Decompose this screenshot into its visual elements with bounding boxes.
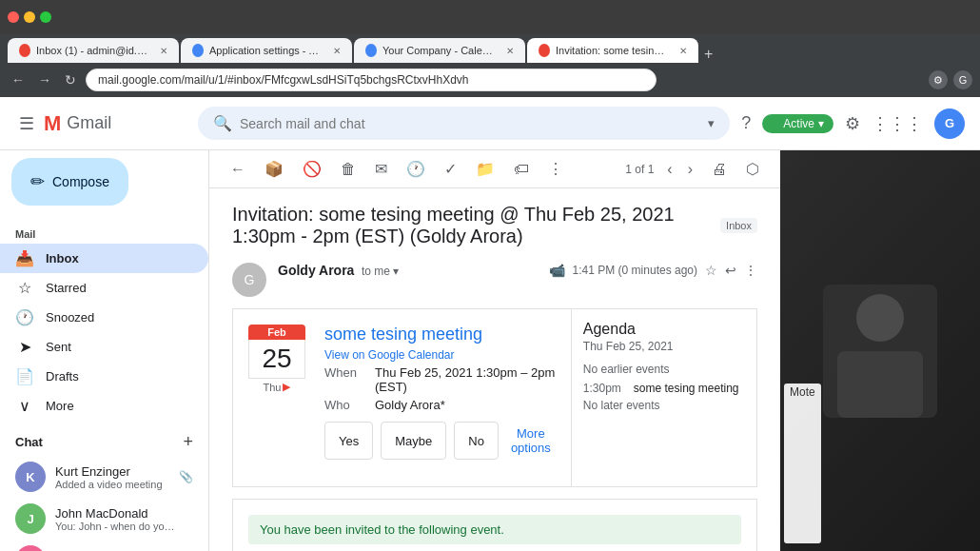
hamburger-menu[interactable]: ☰ [15, 109, 38, 138]
cal-weekday-text: Thu [264, 382, 282, 393]
tab-settings-label: Application settings - Admin C... [209, 45, 323, 56]
chat-avatar-kurt: K [15, 462, 46, 492]
agenda-event: 1:30pm some tesing meeting [583, 382, 750, 395]
chat-attachment-kurt: 📎 [179, 470, 193, 483]
chat-section-title: Chat [15, 435, 43, 449]
snoozed-icon: 🕐 [15, 308, 34, 326]
google-apps-icon[interactable]: ⋮⋮⋮ [872, 113, 923, 134]
compose-button[interactable]: ✏ Compose [11, 158, 128, 206]
cal-day: 25 [248, 340, 305, 379]
sidebar-item-sent[interactable]: ➤ Sent [0, 332, 208, 362]
search-dropdown-icon[interactable]: ▾ [708, 116, 715, 130]
tab-settings-close[interactable]: ✕ [333, 46, 341, 56]
settings-icon[interactable]: ⚙ [845, 113, 860, 134]
compose-icon: ✏ [30, 171, 45, 192]
starred-icon: ☆ [15, 279, 34, 297]
sidebar-item-drafts[interactable]: 📄 Drafts [0, 362, 208, 391]
gmail-m-icon: M [44, 111, 61, 136]
active-status[interactable]: Active ▾ [762, 114, 833, 133]
prev-email-button[interactable]: ‹ [661, 157, 677, 182]
address-bar[interactable]: mail.google.com/mail/u/1/#inbox/FMfcgxwL… [86, 69, 657, 91]
agenda-event-name: some tesing meeting [634, 382, 739, 395]
user-avatar[interactable]: G [934, 108, 965, 139]
chat-preview-john: You: John - when do you nee... [55, 521, 179, 532]
chat-item-kurt[interactable]: K Kurt Enzinger Added a video meeting 📎 [0, 456, 208, 498]
email-toolbar: ← 📦 🚫 🗑 ✉ 🕐 ✓ 📁 🏷 ⋮ 1 of 1 ‹ › [209, 150, 780, 188]
back-button[interactable]: ← [8, 70, 29, 89]
video-preview-panel: Mote [780, 150, 980, 551]
tab-invitation-close[interactable]: ✕ [679, 46, 687, 56]
email-time: 1:41 PM (0 minutes ago) [573, 264, 697, 277]
new-tab-button[interactable]: + [704, 46, 713, 63]
star-button[interactable]: ☆ [705, 263, 717, 278]
video-call-icon: 📹 [549, 263, 565, 278]
rsvp-maybe-button[interactable]: Maybe [381, 422, 446, 460]
email-subject: Invitation: some tesing meeting @ Thu Fe… [232, 204, 757, 247]
search-icon: 🔍 [213, 114, 232, 132]
search-bar[interactable]: 🔍 ▾ [198, 107, 730, 140]
profile-icon[interactable]: G [953, 70, 972, 89]
rsvp-yes-button[interactable]: Yes [324, 422, 373, 460]
sidebar: ✏ Compose Mail 📥 Inbox ☆ Starred 🕐 [0, 150, 209, 551]
mote-label: Mote [784, 384, 821, 543]
archive-button[interactable]: 📦 [259, 156, 289, 182]
reload-button[interactable]: ↻ [61, 70, 80, 89]
more-icon: ∨ [15, 397, 34, 415]
mail-section-label: Mail [0, 221, 208, 244]
sidebar-item-inbox[interactable]: 📥 Inbox [0, 244, 208, 273]
print-button[interactable]: 🖨 [706, 157, 733, 182]
gmail-logo-text: Gmail [67, 113, 111, 133]
chat-avatar-kristin: K [15, 545, 46, 551]
when-label: When [324, 365, 367, 394]
tab-inbox-close[interactable]: ✕ [160, 46, 167, 56]
delete-button[interactable]: 🗑 [335, 157, 362, 182]
sidebar-item-starred[interactable]: ☆ Starred [0, 273, 208, 303]
chat-avatar-john: J [15, 503, 46, 534]
mark-unread-button[interactable]: ✉ [369, 156, 393, 182]
chat-item-john[interactable]: J John MacDonald You: John - when do you… [0, 498, 208, 540]
snooze-button[interactable]: 🕐 [401, 156, 431, 182]
to-me-text[interactable]: to me ▾ [362, 265, 399, 278]
rsvp-more-options-button[interactable]: More options [506, 422, 556, 460]
agenda-panel: Agenda Thu Feb 25, 2021 No earlier event… [571, 309, 761, 486]
labels-button[interactable]: 🏷 [508, 157, 535, 182]
next-email-button[interactable]: › [682, 157, 698, 182]
view-on-calendar-link[interactable]: View on Google Calendar [324, 348, 556, 362]
reply-button[interactable]: ↩ [725, 263, 736, 278]
address-text: mail.google.com/mail/u/1/#inbox/FMfcgxwL… [98, 73, 469, 87]
extensions-icon: ⚙ [929, 70, 948, 89]
sent-icon: ➤ [15, 338, 34, 356]
when-value: Thu Feb 25, 2021 1:30pm – 2pm (EST) [375, 365, 556, 394]
tab-inbox[interactable]: Inbox (1) - admin@id.goldyaro... ✕ [8, 38, 179, 63]
cal-month: Feb [248, 325, 305, 340]
new-window-button[interactable]: ⬡ [740, 156, 765, 182]
email-content-area: Invitation: some tesing meeting @ Thu Fe… [209, 188, 780, 551]
add-to-tasks-button[interactable]: ✓ [439, 156, 462, 182]
agenda-title: Agenda [583, 321, 750, 338]
tab-settings[interactable]: Application settings - Admin C... ✕ [181, 38, 352, 63]
forward-button[interactable]: → [34, 70, 55, 89]
add-chat-button[interactable]: + [183, 432, 193, 452]
invite-banner: You have been invited to the following e… [248, 515, 741, 544]
help-icon[interactable]: ? [741, 113, 751, 133]
back-to-inbox-button[interactable]: ← [225, 157, 251, 182]
tab-calendar[interactable]: Your Company - Calendar - Vi... ✕ [354, 38, 525, 63]
more-actions-button[interactable]: ⋮ [542, 156, 569, 182]
report-spam-button[interactable]: 🚫 [297, 156, 327, 182]
tab-calendar-close[interactable]: ✕ [506, 46, 514, 56]
who-label: Who [324, 398, 367, 412]
pagination-text: 1 of 1 [625, 163, 654, 176]
move-to-button[interactable]: 📁 [470, 156, 500, 182]
chat-name-kristin: Kristin Aliberto [55, 548, 193, 552]
rsvp-no-button[interactable]: No [454, 422, 499, 460]
cal-arrow-icon: ▶ [283, 381, 290, 393]
invite-meeting-title[interactable]: some tesing meeting [324, 325, 556, 344]
tab-invitation[interactable]: Invitation: some tesing meetin... ✕ [527, 38, 698, 63]
sidebar-item-snoozed[interactable]: 🕐 Snoozed [0, 303, 208, 332]
more-email-actions-button[interactable]: ⋮ [744, 263, 757, 278]
agenda-date: Thu Feb 25, 2021 [583, 340, 750, 353]
chat-item-kristin[interactable]: K Kristin Aliberto You: Kristin - Please… [0, 540, 208, 551]
sidebar-item-more[interactable]: ∨ More [0, 391, 208, 421]
agenda-event-time: 1:30pm [583, 382, 626, 395]
search-input[interactable] [240, 116, 700, 131]
